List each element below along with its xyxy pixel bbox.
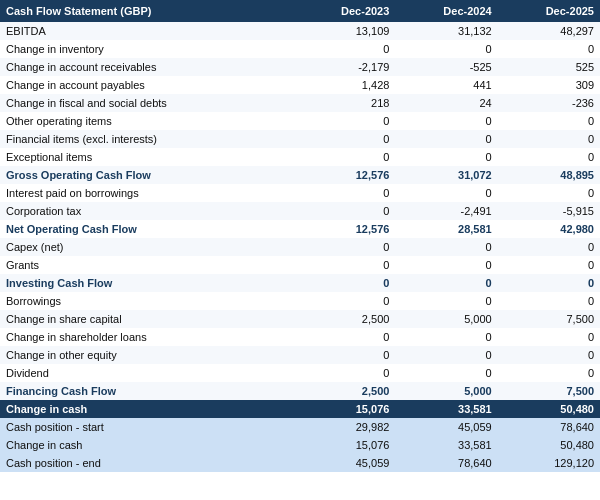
row-val-2025: 50,480 [498, 436, 600, 454]
row-val-2024: 0 [395, 346, 497, 364]
row-val-2025: 0 [498, 112, 600, 130]
row-val-2023: 15,076 [293, 436, 395, 454]
row-val-2025: 0 [498, 130, 600, 148]
row-label: Financial items (excl. interests) [0, 130, 293, 148]
row-val-2024: 0 [395, 112, 497, 130]
row-val-2023: 2,500 [293, 382, 395, 400]
row-val-2024: 31,072 [395, 166, 497, 184]
row-label: Other operating items [0, 112, 293, 130]
row-val-2023: 29,982 [293, 418, 395, 436]
row-val-2024: 33,581 [395, 436, 497, 454]
col-header-2025: Dec-2025 [498, 0, 600, 22]
row-label: Grants [0, 256, 293, 274]
row-val-2024: 0 [395, 256, 497, 274]
table-row: Change in inventory000 [0, 40, 600, 58]
row-val-2024: 5,000 [395, 310, 497, 328]
row-val-2023: 15,076 [293, 400, 395, 418]
row-val-2024: 33,581 [395, 400, 497, 418]
row-val-2023: 0 [293, 292, 395, 310]
row-val-2024: 0 [395, 148, 497, 166]
table-row: Change in cash15,07633,58150,480 [0, 400, 600, 418]
row-val-2023: 0 [293, 40, 395, 58]
row-val-2023: 2,500 [293, 310, 395, 328]
row-val-2025: 0 [498, 40, 600, 58]
row-label: EBITDA [0, 22, 293, 40]
row-val-2024: 31,132 [395, 22, 497, 40]
row-val-2024: 24 [395, 94, 497, 112]
row-val-2025: 0 [498, 184, 600, 202]
row-val-2024: 0 [395, 40, 497, 58]
row-label: Change in cash [0, 436, 293, 454]
row-label: Change in shareholder loans [0, 328, 293, 346]
row-label: Change in account payables [0, 76, 293, 94]
col-header-label: Cash Flow Statement (GBP) [0, 0, 293, 22]
row-val-2025: -5,915 [498, 202, 600, 220]
table-row: Interest paid on borrowings000 [0, 184, 600, 202]
row-val-2025: 48,895 [498, 166, 600, 184]
row-val-2023: 0 [293, 184, 395, 202]
row-val-2023: 0 [293, 346, 395, 364]
row-val-2025: 0 [498, 346, 600, 364]
row-label: Cash position - end [0, 454, 293, 472]
row-val-2024: 28,581 [395, 220, 497, 238]
row-val-2023: -2,179 [293, 58, 395, 76]
row-val-2024: 0 [395, 292, 497, 310]
row-val-2023: 0 [293, 328, 395, 346]
row-val-2024: -525 [395, 58, 497, 76]
row-label: Exceptional items [0, 148, 293, 166]
row-val-2024: 78,640 [395, 454, 497, 472]
row-val-2025: 50,480 [498, 400, 600, 418]
row-label: Change in account receivables [0, 58, 293, 76]
row-label: Change in share capital [0, 310, 293, 328]
row-val-2025: 48,297 [498, 22, 600, 40]
row-label: Change in cash [0, 400, 293, 418]
row-val-2025: 0 [498, 238, 600, 256]
col-header-2023: Dec-2023 [293, 0, 395, 22]
table-row: Corporation tax0-2,491-5,915 [0, 202, 600, 220]
row-val-2025: 0 [498, 292, 600, 310]
row-label: Investing Cash Flow [0, 274, 293, 292]
row-val-2025: 7,500 [498, 382, 600, 400]
table-row: Financing Cash Flow2,5005,0007,500 [0, 382, 600, 400]
table-row: Exceptional items000 [0, 148, 600, 166]
table-row: Borrowings000 [0, 292, 600, 310]
row-val-2023: 0 [293, 364, 395, 382]
row-val-2024: 0 [395, 328, 497, 346]
cash-flow-table: Cash Flow Statement (GBP) Dec-2023 Dec-2… [0, 0, 600, 472]
row-label: Interest paid on borrowings [0, 184, 293, 202]
row-val-2024: 0 [395, 364, 497, 382]
row-val-2023: 45,059 [293, 454, 395, 472]
row-val-2025: 0 [498, 328, 600, 346]
row-val-2025: 42,980 [498, 220, 600, 238]
row-val-2025: 525 [498, 58, 600, 76]
row-label: Cash position - start [0, 418, 293, 436]
row-val-2025: 129,120 [498, 454, 600, 472]
table-row: Investing Cash Flow000 [0, 274, 600, 292]
row-val-2023: 12,576 [293, 220, 395, 238]
row-val-2023: 13,109 [293, 22, 395, 40]
table-row: Change in other equity000 [0, 346, 600, 364]
row-val-2024: -2,491 [395, 202, 497, 220]
table-row: Net Operating Cash Flow12,57628,58142,98… [0, 220, 600, 238]
row-val-2023: 0 [293, 274, 395, 292]
table-row: Change in cash15,07633,58150,480 [0, 436, 600, 454]
table-row: Change in account payables1,428441309 [0, 76, 600, 94]
row-val-2024: 441 [395, 76, 497, 94]
row-val-2025: 0 [498, 274, 600, 292]
row-val-2025: 309 [498, 76, 600, 94]
table-row: EBITDA13,10931,13248,297 [0, 22, 600, 40]
row-val-2023: 0 [293, 112, 395, 130]
row-val-2023: 218 [293, 94, 395, 112]
row-val-2023: 12,576 [293, 166, 395, 184]
table-row: Change in fiscal and social debts21824-2… [0, 94, 600, 112]
table-row: Change in shareholder loans000 [0, 328, 600, 346]
table-row: Cash position - end45,05978,640129,120 [0, 454, 600, 472]
row-label: Net Operating Cash Flow [0, 220, 293, 238]
row-val-2025: 0 [498, 256, 600, 274]
table-row: Grants000 [0, 256, 600, 274]
row-val-2024: 0 [395, 130, 497, 148]
row-label: Borrowings [0, 292, 293, 310]
row-val-2023: 1,428 [293, 76, 395, 94]
table-row: Change in account receivables-2,179-5255… [0, 58, 600, 76]
table-row: Change in share capital2,5005,0007,500 [0, 310, 600, 328]
